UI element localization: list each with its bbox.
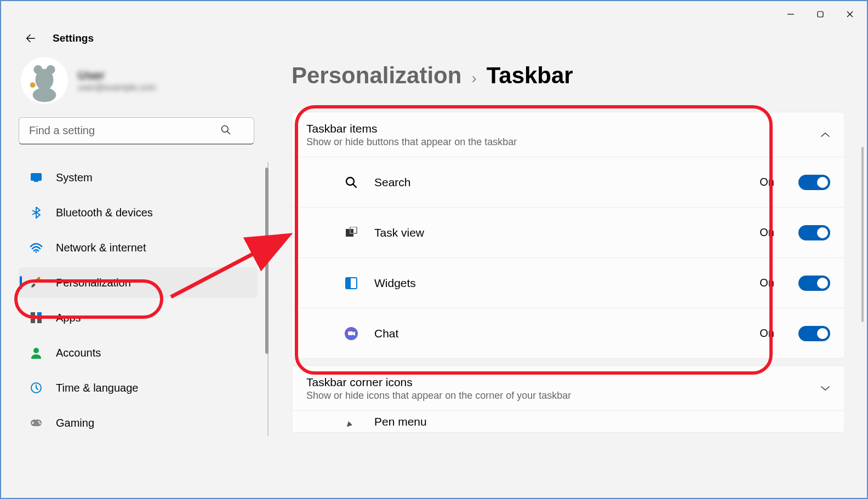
user-email: user@example.com <box>78 83 156 93</box>
toggle-state: On <box>760 277 774 289</box>
taskbar-corner-row-preview: Pen menu <box>292 410 844 432</box>
svg-point-8 <box>46 65 55 74</box>
system-icon <box>30 171 43 184</box>
toggle-state: On <box>760 176 774 188</box>
main-content: Personalization › Taskbar Taskbar items … <box>275 54 867 499</box>
svg-rect-12 <box>31 173 42 181</box>
sidebar-item-label: Bluetooth & devices <box>56 207 153 219</box>
sidebar-item-apps[interactable]: Apps <box>19 302 258 333</box>
svg-rect-17 <box>31 319 35 323</box>
svg-point-23 <box>39 423 41 425</box>
svg-rect-1 <box>818 12 823 17</box>
back-button[interactable] <box>20 27 42 49</box>
toggle-widgets[interactable] <box>798 276 830 291</box>
sidebar-item-label: System <box>56 171 93 184</box>
gamepad-icon <box>30 416 43 429</box>
panel-title: Taskbar items <box>306 122 517 135</box>
taskbar-item-taskview: Task view On <box>292 207 844 257</box>
taskbar-corner-panel: Taskbar corner icons Show or hide icons … <box>292 365 845 433</box>
maximize-button[interactable] <box>808 5 833 23</box>
sidebar-item-gaming[interactable]: Gaming <box>19 408 258 438</box>
header: Settings <box>1 27 867 54</box>
widgets-icon <box>344 276 359 291</box>
sidebar-item-label: Network & internet <box>56 242 146 254</box>
sidebar-item-label: Personalization <box>56 277 131 289</box>
sidebar-item-label: Apps <box>56 312 81 324</box>
paintbrush-icon <box>30 276 43 289</box>
apps-icon <box>30 311 43 324</box>
clock-icon <box>30 381 43 394</box>
toggle-taskview[interactable] <box>798 225 830 240</box>
svg-point-19 <box>33 348 39 353</box>
sidebar-item-system[interactable]: System <box>19 162 258 193</box>
sidebar-item-label: Gaming <box>56 417 94 429</box>
svg-point-22 <box>38 421 40 423</box>
taskbar-items-panel: Taskbar items Show or hide buttons that … <box>292 112 845 359</box>
panel-header-taskbar-items[interactable]: Taskbar items Show or hide buttons that … <box>292 112 844 157</box>
close-button[interactable] <box>837 5 863 23</box>
scrollbar[interactable] <box>861 147 864 322</box>
sidebar-item-label: Accounts <box>56 347 101 359</box>
svg-rect-18 <box>37 319 42 323</box>
chevron-down-icon <box>820 384 830 394</box>
user-card[interactable]: User user@example.com <box>19 54 258 117</box>
search-icon <box>344 175 359 190</box>
avatar <box>21 57 68 104</box>
taskbar-item-chat: Chat On <box>292 308 844 358</box>
person-icon <box>30 346 43 359</box>
sidebar-item-network[interactable]: Network & internet <box>19 232 258 263</box>
sidebar-item-accounts[interactable]: Accounts <box>19 337 258 368</box>
svg-rect-31 <box>348 331 353 335</box>
svg-rect-29 <box>346 278 351 289</box>
svg-line-11 <box>227 131 230 134</box>
panel-title: Taskbar corner icons <box>306 376 571 389</box>
taskbar-item-widgets: Widgets On <box>292 257 844 308</box>
breadcrumb-current: Taskbar <box>487 62 573 89</box>
taskview-icon <box>344 225 359 240</box>
row-label: Pen menu <box>374 415 830 428</box>
pen-icon <box>344 414 359 429</box>
search-icon <box>220 124 231 137</box>
wifi-icon <box>30 241 43 254</box>
search-box <box>19 117 258 145</box>
toggle-search[interactable] <box>798 175 830 190</box>
bluetooth-icon <box>30 206 43 219</box>
sidebar-nav: System Bluetooth & devices Network & int… <box>19 162 269 436</box>
window-controls <box>1 1 867 27</box>
minimize-button[interactable] <box>778 5 803 23</box>
toggle-chat[interactable] <box>798 326 830 341</box>
panel-header-corner-icons[interactable]: Taskbar corner icons Show or hide icons … <box>292 366 844 410</box>
breadcrumb: Personalization › Taskbar <box>292 62 845 89</box>
row-label: Task view <box>374 226 744 239</box>
row-label: Widgets <box>374 277 744 290</box>
row-label: Search <box>374 176 744 189</box>
app-title: Settings <box>53 32 94 44</box>
chevron-up-icon <box>820 130 830 140</box>
svg-point-6 <box>33 88 56 102</box>
search-input[interactable] <box>19 117 254 145</box>
chat-icon <box>344 326 359 341</box>
svg-line-25 <box>353 184 356 187</box>
svg-point-9 <box>30 82 36 88</box>
breadcrumb-parent[interactable]: Personalization <box>292 62 461 89</box>
svg-point-7 <box>33 65 42 74</box>
sidebar: User user@example.com System Bluetooth <box>1 54 275 499</box>
svg-rect-13 <box>34 181 38 182</box>
sidebar-item-label: Time & language <box>56 382 138 394</box>
panel-subtitle: Show or hide buttons that appear on the … <box>306 136 517 148</box>
svg-rect-15 <box>31 312 35 317</box>
sidebar-item-personalization[interactable]: Personalization <box>19 267 258 298</box>
sidebar-item-bluetooth[interactable]: Bluetooth & devices <box>19 197 258 228</box>
panel-subtitle: Show or hide icons that appear on the co… <box>306 390 571 402</box>
toggle-state: On <box>760 327 774 340</box>
user-name: User <box>78 68 156 83</box>
row-label: Chat <box>374 327 744 340</box>
svg-rect-16 <box>37 312 42 317</box>
sidebar-item-time[interactable]: Time & language <box>19 372 258 403</box>
taskbar-item-search: Search On <box>292 157 844 207</box>
toggle-state: On <box>760 226 774 239</box>
chevron-right-icon: › <box>471 70 476 87</box>
svg-point-14 <box>36 251 37 253</box>
